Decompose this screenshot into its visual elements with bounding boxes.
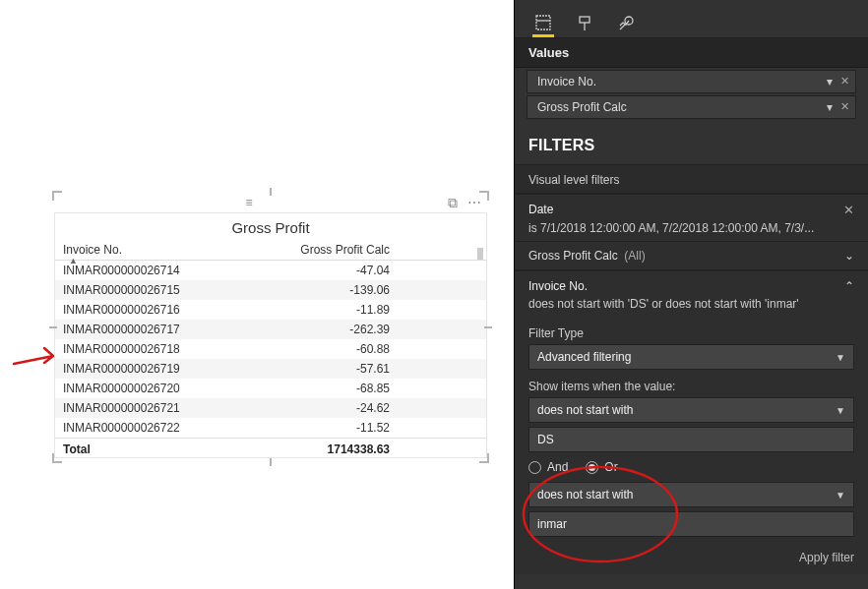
scrollbar[interactable] [477, 248, 483, 260]
filters-section-title: FILTERS [515, 121, 868, 164]
total-value: 1714338.63 [230, 442, 478, 456]
field-label: Invoice No. [537, 75, 596, 88]
table-visual[interactable]: ≡ ⧉ ⋯ Gross Profit Invoice No. Gross Pro… [54, 193, 487, 461]
radio-or[interactable]: Or [586, 460, 617, 474]
tab-analytics[interactable] [615, 10, 637, 37]
table-container: Gross Profit Invoice No. Gross Profit Ca… [54, 212, 487, 458]
column-header-gross-profit[interactable]: Gross Profit Calc [230, 243, 478, 257]
grip-icon[interactable]: ≡ [245, 196, 252, 209]
table-row: INMAR000000026719-57.61 [55, 359, 486, 379]
condition2-value-input[interactable]: inmar [528, 511, 854, 537]
table-row: INMAR000000026720-68.85 [55, 379, 486, 398]
total-label: Total [63, 442, 230, 456]
svg-rect-0 [536, 16, 550, 29]
apply-filter-button[interactable]: Apply filter [515, 545, 868, 574]
field-well-gross-profit[interactable]: Gross Profit Calc ▾✕ [527, 95, 856, 119]
filter-summary: does not start with 'DS' or does not sta… [515, 297, 868, 317]
chevron-up-icon[interactable]: ⌃ [844, 279, 854, 293]
chevron-down-icon[interactable]: ▾ [827, 75, 833, 88]
caret-down-icon: ▼ [836, 352, 845, 363]
visual-header: ≡ ⧉ ⋯ [54, 193, 487, 212]
chevron-down-icon[interactable]: ⌄ [844, 249, 854, 263]
filter-title: Invoice No. [528, 279, 588, 293]
table-row: INMAR000000026721-24.62 [55, 398, 486, 418]
table-row: INMAR000000026715-139.06 [55, 280, 486, 300]
caret-down-icon: ▼ [836, 490, 845, 501]
field-well-invoice[interactable]: Invoice No. ▾✕ [527, 70, 856, 93]
filter-type-label: Filter Type [528, 326, 854, 340]
filter-card-date: Date ✕ is 7/1/2018 12:00:00 AM, 7/2/2018… [515, 194, 868, 241]
table-header-row: Invoice No. Gross Profit Calc ▲ [55, 240, 486, 261]
filter-all-text: (All) [624, 249, 645, 263]
filter-summary: is 7/1/2018 12:00:00 AM, 7/2/2018 12:00:… [515, 221, 868, 241]
report-canvas: ≡ ⧉ ⋯ Gross Profit Invoice No. Gross Pro… [0, 0, 514, 589]
tab-format[interactable] [574, 10, 595, 37]
filter-title: Date [528, 203, 553, 216]
condition1-value-input[interactable]: DS [528, 427, 854, 452]
remove-filter-icon[interactable]: ✕ [843, 203, 854, 217]
caret-down-icon: ▼ [836, 405, 845, 416]
field-label: Gross Profit Calc [537, 100, 627, 114]
column-header-invoice[interactable]: Invoice No. [63, 243, 230, 257]
filter-title: Gross Profit Calc [528, 249, 618, 263]
table-row: INMAR000000026717-262.39 [55, 320, 486, 339]
condition2-operator-select[interactable]: does not start with ▼ [528, 482, 854, 507]
table-row: INMAR000000026716-11.89 [55, 300, 486, 320]
table-title: Gross Profit [55, 213, 486, 240]
focus-mode-icon[interactable]: ⧉ [448, 195, 458, 211]
filter-type-select[interactable]: Advanced filtering ▼ [528, 344, 854, 370]
table-row: INMAR000000026714-47.04 [55, 261, 486, 280]
format-panel: Values Invoice No. ▾✕ Gross Profit Calc … [514, 0, 868, 589]
remove-field-icon[interactable]: ✕ [840, 100, 849, 114]
table-footer: Total 1714338.63 [55, 438, 486, 460]
sort-asc-icon: ▲ [69, 256, 78, 265]
filter-card-gross-profit: Gross Profit Calc (All) ⌄ [515, 241, 868, 270]
remove-field-icon[interactable]: ✕ [840, 75, 849, 88]
radio-and[interactable]: And [528, 460, 568, 474]
tab-fields[interactable] [532, 10, 554, 37]
condition1-operator-select[interactable]: does not start with ▼ [528, 397, 854, 423]
table-row: INMAR000000026718-60.88 [55, 339, 486, 359]
visual-level-filters-header: Visual level filters [515, 164, 868, 194]
logic-operator-group: And Or [528, 452, 854, 482]
panel-tabs [515, 0, 868, 38]
table-row: INMAR000000026722-11.52 [55, 418, 486, 438]
chevron-down-icon[interactable]: ▾ [827, 100, 833, 114]
show-items-label: Show items when the value: [528, 380, 854, 393]
values-section-header: Values [515, 38, 868, 68]
svg-rect-2 [580, 17, 589, 23]
filter-card-invoice: Invoice No. ⌃ does not start with 'DS' o… [515, 270, 868, 574]
